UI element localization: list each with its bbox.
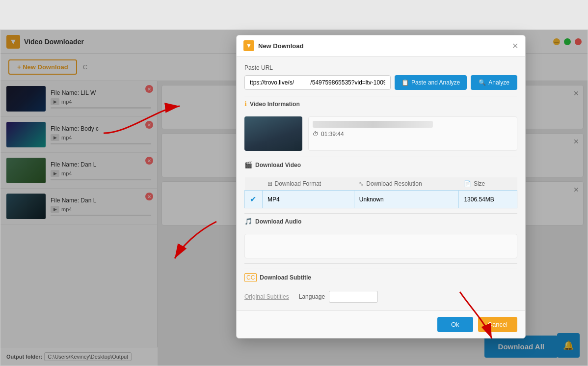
video-thumb-inner: [244, 116, 302, 151]
col-size-header: 📄 Size: [459, 177, 517, 191]
language-row: Language: [299, 291, 378, 303]
resolution-col-icon: ⤡: [359, 180, 364, 187]
modal-titlebar: ▼ New Download ✕: [237, 35, 525, 56]
paste-url-label: Paste URL: [244, 64, 517, 71]
ok-button[interactable]: Ok: [437, 317, 473, 332]
paste-icon: 📋: [401, 79, 409, 86]
modal-overlay: ▼ New Download ✕ Paste URL 📋 Paste and A…: [0, 30, 588, 366]
format-header-label: Download Format: [275, 180, 321, 187]
language-label: Language: [299, 293, 325, 300]
row-check-cell: ✔: [245, 191, 263, 208]
video-info-row: ⏱ 01:39:44: [244, 116, 517, 151]
row-format-cell: MP4: [263, 191, 354, 208]
size-col-icon: 📄: [464, 180, 471, 187]
download-video-section-header: 🎬 Download Video: [244, 157, 517, 172]
cancel-button[interactable]: Cancel: [478, 317, 517, 332]
resolution-header-label: Download Resolution: [366, 180, 422, 187]
modal-footer: Ok Cancel: [237, 310, 525, 338]
modal-title: New Download: [258, 42, 508, 50]
film-icon: 🎬: [244, 161, 252, 169]
video-info-section-header: ℹ Video Information: [244, 96, 517, 112]
clock-icon: ⏱: [313, 131, 319, 138]
audio-section: [244, 234, 517, 258]
table-row[interactable]: ✔ MP4 Unknown 1306.54MB: [245, 191, 517, 208]
duration-value: 01:39:44: [321, 131, 344, 138]
col-format-header: ⊞ Download Format: [263, 177, 354, 191]
download-subtitle-section: CC Download Subtitle Original Subtitles …: [244, 263, 517, 303]
download-table: ⊞ Download Format ⤡ Download Resolution: [244, 177, 517, 208]
language-select[interactable]: [329, 291, 378, 303]
video-title-blurred: [313, 121, 433, 128]
download-audio-title: Download Audio: [255, 218, 301, 225]
download-subtitle-title: Download Subtitle: [260, 274, 311, 281]
paste-and-analyze-button[interactable]: 📋 Paste and Analyze: [395, 75, 467, 90]
format-col-icon: ⊞: [267, 180, 272, 187]
analyze-label: Analyze: [488, 79, 509, 86]
col-resolution-header: ⤡ Download Resolution: [354, 177, 459, 191]
modal-body: Paste URL 📋 Paste and Analyze 🔍 Analyze …: [237, 56, 525, 310]
check-icon: ✔: [250, 195, 256, 203]
original-subtitles-link[interactable]: Original Subtitles: [244, 293, 289, 300]
video-duration: ⏱ 01:39:44: [313, 131, 513, 138]
audio-icon: 🎵: [244, 218, 252, 225]
row-size-cell: 1306.54MB: [459, 191, 517, 208]
video-thumbnail: [244, 116, 302, 151]
arrow-indicator-2: [167, 217, 226, 266]
col-check: [245, 177, 263, 191]
arrow-indicator-1: [99, 99, 187, 138]
subtitle-icon: CC: [244, 273, 257, 282]
download-video-title: Download Video: [255, 162, 301, 169]
app-window: ▼ Video Downloader ─ + New Download C Fi…: [0, 29, 588, 366]
url-input-row: 📋 Paste and Analyze 🔍 Analyze: [244, 75, 517, 90]
subtitle-options: Original Subtitles Language: [244, 291, 517, 303]
row-resolution-cell: Unknown: [354, 191, 459, 208]
search-icon: 🔍: [479, 79, 486, 86]
size-header-label: Size: [474, 180, 485, 187]
modal-logo: ▼: [243, 40, 254, 51]
download-audio-section-header: 🎵 Download Audio: [244, 213, 517, 229]
subtitle-section-header: CC Download Subtitle: [244, 269, 517, 286]
modal-close-button[interactable]: ✕: [512, 41, 518, 51]
video-meta: ⏱ 01:39:44: [308, 116, 517, 151]
video-info-title: Video Information: [250, 101, 300, 108]
info-icon: ℹ: [244, 100, 247, 108]
analyze-button[interactable]: 🔍 Analyze: [471, 75, 517, 90]
new-download-modal: ▼ New Download ✕ Paste URL 📋 Paste and A…: [236, 35, 526, 338]
paste-analyze-label: Paste and Analyze: [411, 79, 460, 86]
url-input[interactable]: [244, 75, 391, 90]
